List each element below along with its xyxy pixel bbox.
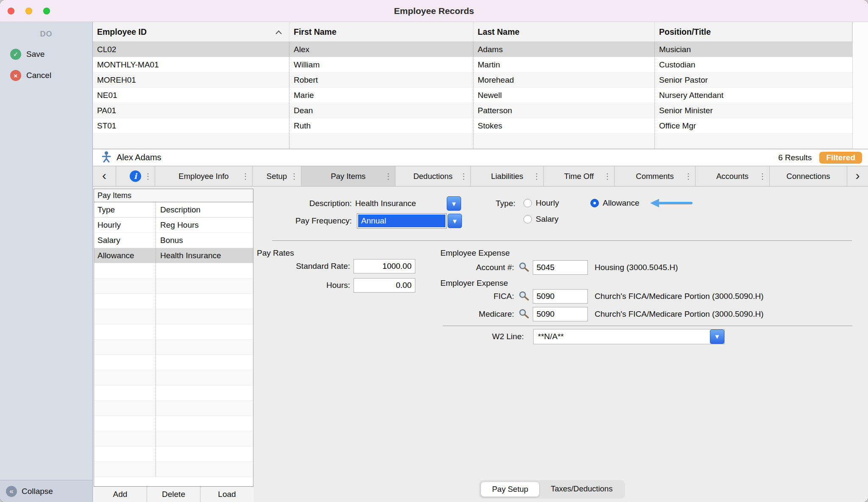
employee-table: Employee ID First Name Last Name Positio… [93, 22, 868, 149]
cell-position: Musician [655, 42, 852, 57]
pay-frequency-dropdown-button[interactable]: ▼ [448, 214, 462, 228]
tab-liabilities[interactable]: Liabilities ⋮ [471, 166, 544, 186]
load-pay-item-button[interactable]: Load [200, 487, 253, 502]
description-dropdown-button[interactable]: ▼ [447, 196, 461, 211]
table-row[interactable]: NE01 Marie Newell Nursery Attendant [93, 88, 868, 103]
account-lookup-icon[interactable] [518, 308, 529, 321]
pay-item-empty-row [94, 355, 253, 370]
medicare-account-input[interactable] [533, 307, 588, 321]
column-header-last-name[interactable]: Last Name [473, 22, 655, 42]
type-radio-allowance[interactable]: Allowance [590, 198, 640, 208]
table-row[interactable]: PA01 Dean Patterson Senior Minister [93, 103, 868, 118]
pay-item-row[interactable]: Hourly Reg Hours [94, 218, 253, 233]
delete-pay-item-button[interactable]: Delete [147, 487, 200, 502]
fica-account-input[interactable] [533, 289, 588, 304]
pay-item-row-selected[interactable]: Allowance Health Insurance [94, 248, 253, 263]
tab-label: Comments [636, 172, 673, 181]
titlebar: Employee Records [0, 0, 868, 22]
save-button[interactable]: ✓ Save [0, 49, 92, 60]
tab-overflow-icon[interactable]: ⋮ [290, 172, 298, 181]
section-divider [272, 240, 852, 241]
add-pay-item-button[interactable]: Add [94, 487, 147, 502]
table-scrollbar[interactable] [852, 22, 868, 149]
table-row-selected[interactable]: CL02 Alex Adams Musician [93, 42, 868, 57]
table-row[interactable]: ST01 Ruth Stokes Office Mgr [93, 118, 868, 134]
column-header-label: Employee ID [97, 27, 147, 37]
minimize-window-button[interactable] [25, 8, 32, 14]
description-value[interactable]: Health Insurance [355, 199, 416, 208]
tab-info[interactable]: i ⋮ [116, 166, 155, 186]
medicare-account-description: Church's FICA/Medicare Portion (3000.509… [595, 310, 764, 319]
tab-time-off[interactable]: Time Off ⋮ [544, 166, 615, 186]
cell-first-name: Marie [289, 88, 473, 103]
hours-input[interactable] [353, 278, 415, 293]
description-label: Description: [253, 199, 355, 208]
column-header-first-name[interactable]: First Name [289, 22, 473, 42]
pay-frequency-row: Pay Frequency: [253, 213, 355, 229]
cancel-button[interactable]: × Cancel [0, 70, 92, 81]
tab-comments[interactable]: Comments ⋮ [615, 166, 696, 186]
table-row[interactable]: MOREH01 Robert Morehead Senior Pastor [93, 73, 868, 88]
tab-label: Connections [787, 172, 830, 181]
cell-empty [655, 134, 852, 148]
tab-taxes-deductions[interactable]: Taxes/Deductions [540, 482, 623, 497]
tab-deductions[interactable]: Deductions ⋮ [395, 166, 471, 186]
tabs-scroll-left-button[interactable]: ‹ [93, 166, 116, 186]
tab-overflow-icon[interactable]: ⋮ [604, 172, 611, 181]
tab-overflow-icon[interactable]: ⋮ [759, 172, 766, 181]
type-radio-salary[interactable]: Salary [523, 214, 559, 224]
detail-area: Pay Items Type Description Hourly Reg Ho… [93, 187, 868, 502]
pay-item-empty-row [94, 385, 253, 401]
collapse-sidebar-button[interactable]: « Collapse [0, 480, 92, 502]
tab-overflow-icon[interactable]: ⋮ [533, 172, 540, 181]
tab-connections[interactable]: Connections [770, 166, 847, 186]
tab-overflow-icon[interactable]: ⋮ [242, 172, 249, 181]
tab-label: Accounts [716, 172, 748, 181]
standard-rate-input[interactable] [353, 259, 415, 273]
account-label: Account #: [440, 263, 515, 272]
column-header-employee-id[interactable]: Employee ID [93, 22, 289, 42]
tab-label: Pay Items [331, 172, 365, 181]
column-header-label: Position/Title [659, 27, 711, 37]
tab-overflow-icon[interactable]: ⋮ [384, 172, 392, 181]
cell-last-name: Morehead [473, 73, 655, 87]
tab-overflow-icon[interactable]: ⋮ [144, 172, 152, 181]
cell-first-name: Alex [289, 42, 473, 57]
column-header-description[interactable]: Description [156, 202, 253, 217]
column-header-position-title[interactable]: Position/Title [655, 22, 852, 42]
w2-line-select[interactable]: **N/A** ▼ [533, 329, 725, 344]
pay-item-row[interactable]: Salary Bonus [94, 233, 253, 248]
tabs-scroll-right-button[interactable]: › [847, 166, 868, 186]
tab-overflow-icon[interactable]: ⋮ [460, 172, 467, 181]
pay-frequency-select[interactable]: Annual [357, 213, 447, 229]
tab-accounts[interactable]: Accounts ⋮ [696, 166, 770, 186]
chevron-down-icon: ▼ [452, 218, 458, 225]
w2-line-dropdown-button[interactable]: ▼ [710, 329, 724, 344]
account-lookup-icon[interactable] [518, 290, 529, 303]
column-header-type[interactable]: Type [94, 202, 156, 217]
cell-position: Senior Pastor [655, 73, 852, 87]
close-window-button[interactable] [8, 8, 14, 14]
employer-expense-heading: Employer Expense [440, 279, 508, 288]
zoom-window-button[interactable] [43, 8, 50, 14]
cell-description: Reg Hours [156, 218, 253, 232]
detail-tab-bar: ‹ i ⋮ Employee Info ⋮ Setup ⋮ Pay Items … [93, 166, 868, 187]
employee-expense-heading: Employee Expense [440, 248, 510, 258]
cell-employee-id: PA01 [93, 103, 289, 118]
tab-employee-info[interactable]: Employee Info ⋮ [155, 166, 253, 186]
hours-row: Hours: [253, 278, 415, 293]
table-row[interactable]: MONTHLY-MA01 William Martin Custodian [93, 57, 868, 73]
account-lookup-icon[interactable] [518, 262, 529, 274]
column-header-label: First Name [294, 27, 337, 37]
table-empty-row [93, 134, 868, 149]
tab-setup[interactable]: Setup ⋮ [253, 166, 301, 186]
tab-pay-items[interactable]: Pay Items ⋮ [301, 166, 395, 186]
type-radio-hourly[interactable]: Hourly [523, 198, 559, 208]
cell-first-name: Dean [289, 103, 473, 118]
tab-overflow-icon[interactable]: ⋮ [684, 172, 692, 181]
tab-pay-setup[interactable]: Pay Setup [481, 482, 540, 497]
filtered-badge[interactable]: Filtered [819, 152, 862, 164]
chevron-left-icon: ‹ [102, 168, 106, 183]
account-number-input[interactable] [533, 260, 588, 275]
cell-position: Nursery Attendant [655, 88, 852, 103]
